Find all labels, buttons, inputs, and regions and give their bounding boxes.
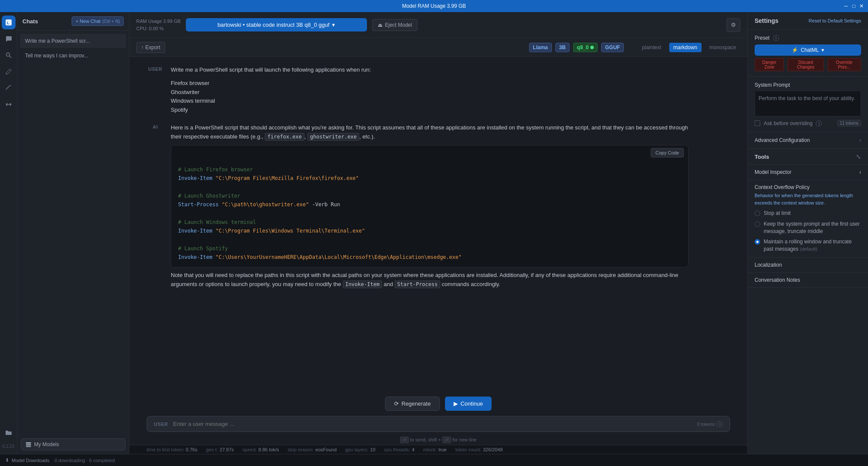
- advanced-chevron-icon: ›: [859, 137, 861, 143]
- stat-gpu: gpu layers: 10: [345, 447, 376, 452]
- chat-delete-icon[interactable]: ✕: [116, 37, 121, 44]
- tag-llama[interactable]: Llama: [529, 43, 552, 52]
- model-downloads-label[interactable]: ⬇ Model Downloads: [5, 457, 49, 463]
- new-chat-button[interactable]: + New Chat (Ctrl + N): [72, 16, 124, 26]
- msg-edit-icon[interactable]: ✏: [705, 66, 712, 115]
- context-overflow-desc: Behavior for when the generated tokens l…: [755, 192, 861, 206]
- eject-icon: ⏏: [378, 22, 382, 28]
- stat-mlock: mlock: true: [423, 447, 447, 452]
- nav-arrows-icon[interactable]: [2, 98, 16, 111]
- tools-header: Tools ⤡: [748, 149, 868, 165]
- quant-dot: [590, 46, 594, 49]
- format-monospace-button[interactable]: monospace: [705, 43, 740, 52]
- conversation-notes-title[interactable]: Conversation Notes: [755, 277, 861, 283]
- ai-add-icon[interactable]: ⊕: [714, 123, 721, 289]
- token-info-icon[interactable]: ℹ: [717, 421, 723, 427]
- minimize-button[interactable]: ─: [843, 3, 849, 9]
- context-overflow-section: Context Overflow Policy Behavior for whe…: [748, 180, 868, 258]
- localization-section: Localization: [748, 258, 868, 273]
- user-message-content: Write me a PowerShell script that will l…: [171, 66, 689, 115]
- chat-delete-icon[interactable]: ✕: [116, 52, 121, 59]
- input-row: USER 0 tokens ℹ: [147, 416, 730, 432]
- tag-q8[interactable]: q8_0: [573, 43, 598, 52]
- preset-info-icon[interactable]: ℹ: [773, 35, 779, 41]
- msg-delete-icon[interactable]: ✕: [723, 66, 730, 115]
- danger-zone-button[interactable]: Danger Zone: [755, 58, 784, 71]
- system-prompt-text[interactable]: Perform the task to the best of your abi…: [755, 91, 861, 116]
- preset-row: Preset ℹ: [755, 35, 861, 41]
- inline-code-firefox: firefox.exe: [265, 133, 304, 141]
- title-bar-controls: ─ □ ✕: [843, 3, 865, 9]
- radio-stop-at-limit[interactable]: [755, 211, 760, 216]
- format-markdown-button[interactable]: markdown: [669, 43, 702, 52]
- regenerate-button[interactable]: ⟳ Regenerate: [385, 397, 440, 411]
- ask-override-checkbox[interactable]: [755, 120, 760, 126]
- download-icon: ⬇: [5, 457, 9, 463]
- nav-brush-icon[interactable]: [2, 81, 16, 95]
- radio-keep-system: Keep the system prompt and the first use…: [755, 220, 861, 235]
- localization-title[interactable]: Localization: [755, 262, 861, 268]
- continue-button[interactable]: ▶ Continue: [445, 397, 492, 411]
- user-message-text: Write me a PowerShell script that will l…: [171, 66, 689, 75]
- ai-edit-icon[interactable]: ✏: [705, 123, 712, 289]
- chat-sidebar-header: Chats + New Chat (Ctrl + N): [17, 12, 129, 31]
- inline-code-start: Start-Process: [395, 280, 440, 288]
- nav-edit-icon[interactable]: [2, 65, 16, 79]
- my-models-button[interactable]: My Models: [21, 438, 125, 450]
- regen-icon: ⟳: [394, 400, 399, 407]
- format-plaintext-button[interactable]: plaintext: [638, 43, 666, 52]
- tools-expand-icon[interactable]: ⤡: [856, 153, 861, 160]
- advanced-config-section: Advanced Configuration ›: [748, 132, 868, 149]
- ai-copy-icon[interactable]: ⊡: [696, 123, 703, 289]
- svg-point-2: [6, 53, 9, 57]
- advanced-config-row[interactable]: Advanced Configuration ›: [755, 137, 861, 143]
- code-block-header: Copy Code: [171, 145, 688, 160]
- chat-reload-icon[interactable]: ↺: [103, 52, 108, 59]
- model-inspector-chevron: ›: [859, 169, 861, 175]
- nav-search-icon[interactable]: [2, 48, 16, 62]
- brand-icon[interactable]: L: [2, 16, 16, 29]
- discard-changes-button[interactable]: Discard Changes: [787, 58, 824, 71]
- stat-gen: gen t: 27.87s: [206, 447, 234, 452]
- svg-line-3: [9, 56, 11, 58]
- svg-rect-5: [26, 444, 31, 446]
- copy-code-button[interactable]: Copy Code: [651, 148, 684, 157]
- chat-edit-icon[interactable]: ✏: [109, 52, 115, 59]
- maximize-button[interactable]: □: [851, 3, 857, 9]
- message-input[interactable]: [173, 421, 692, 427]
- user-app-list: Firefox browser Ghostwriter Windows term…: [171, 79, 689, 115]
- radio-rolling-window-option[interactable]: [755, 239, 760, 245]
- chat-edit-icon[interactable]: ✏: [109, 37, 115, 44]
- action-buttons: ⟳ Regenerate ▶ Continue: [129, 391, 747, 416]
- ai-role-label: AI: [147, 123, 164, 289]
- msg-add-icon[interactable]: ⊕: [714, 66, 721, 115]
- tag-gguf[interactable]: GGUF: [601, 43, 624, 52]
- msg-copy-icon[interactable]: ⊡: [696, 66, 703, 115]
- ai-message-row: AI Here is a PowerShell script that shou…: [147, 123, 730, 289]
- ai-delete-icon[interactable]: ✕: [723, 123, 730, 289]
- eject-model-button[interactable]: ⏏ Eject Model: [372, 19, 418, 31]
- nav-chat-icon[interactable]: [2, 32, 16, 46]
- model-inspector-title[interactable]: Model Inspector ›: [755, 169, 861, 175]
- user-role-label: USER: [147, 66, 164, 115]
- chat-item[interactable]: Write me a PowerShell scr... ↺ ✏ ✕: [20, 34, 126, 48]
- reset-defaults-button[interactable]: Reset to Default Settings: [808, 18, 861, 23]
- ask-info-icon[interactable]: ℹ: [816, 120, 822, 126]
- nav-folder-icon[interactable]: [2, 426, 16, 440]
- settings-button[interactable]: ⚙: [727, 18, 740, 32]
- context-overflow-title: Context Overflow Policy: [755, 184, 861, 190]
- token-badge: 11 tokens: [837, 120, 861, 126]
- chat-item[interactable]: Tell me ways I can improv... ↺ ✏ ✕: [20, 48, 126, 63]
- model-selector-button[interactable]: bartowski • stable code instruct 3B q8_0…: [186, 18, 367, 31]
- export-button[interactable]: ↑ Export: [136, 42, 165, 53]
- tag-3b[interactable]: 3B: [555, 43, 570, 52]
- chat-item-text: Tell me ways I can improv...: [25, 53, 103, 59]
- close-button[interactable]: ✕: [859, 3, 865, 9]
- radio-group: Stop at limit Keep the system prompt and…: [755, 206, 861, 253]
- preset-selector-button[interactable]: ⚡ ChatML ▾: [755, 44, 861, 56]
- svg-rect-6: [26, 446, 31, 447]
- chatml-icon: ⚡: [792, 47, 798, 53]
- override-preset-button[interactable]: Override Pres...: [827, 58, 861, 71]
- radio-keep-system-prompt[interactable]: [755, 221, 760, 227]
- chat-reload-icon[interactable]: ↺: [103, 37, 108, 44]
